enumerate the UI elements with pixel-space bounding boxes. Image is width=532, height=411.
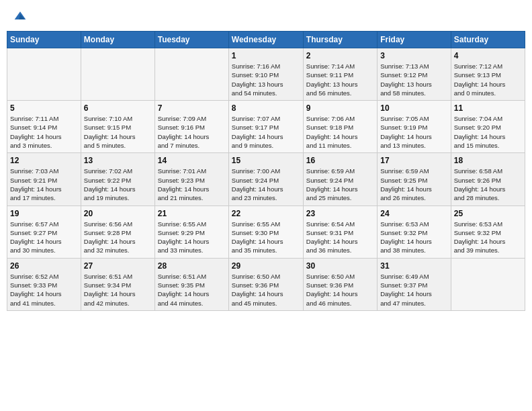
day-number: 9 (306, 103, 374, 113)
logo-icon (13, 9, 27, 23)
calendar-header-wednesday: Wednesday (228, 32, 303, 48)
day-number: 4 (454, 51, 522, 60)
day-info: Sunrise: 6:53 AMSunset: 9:32 PMDaylight:… (380, 220, 447, 255)
day-info: Sunrise: 6:52 AMSunset: 9:33 PMDaylight:… (10, 272, 78, 308)
day-number: 14 (158, 156, 226, 165)
calendar-day-cell (451, 258, 525, 310)
day-info: Sunrise: 7:05 AMSunset: 9:19 PMDaylight:… (380, 114, 447, 150)
day-number: 18 (454, 156, 522, 165)
day-number: 21 (158, 209, 226, 218)
day-number: 28 (158, 261, 226, 271)
day-number: 31 (380, 261, 447, 271)
calendar-week-row: 5Sunrise: 7:11 AMSunset: 9:14 PMDaylight… (7, 101, 525, 153)
day-number: 2 (306, 51, 374, 60)
day-number: 5 (10, 103, 78, 113)
day-number: 13 (84, 156, 152, 165)
calendar-header-saturday: Saturday (451, 32, 525, 48)
day-number: 30 (306, 261, 374, 271)
calendar-day-cell: 29Sunrise: 6:50 AMSunset: 9:36 PMDayligh… (228, 258, 303, 310)
calendar-day-cell: 27Sunrise: 6:51 AMSunset: 9:34 PMDayligh… (81, 258, 154, 310)
calendar-day-cell: 12Sunrise: 7:03 AMSunset: 9:21 PMDayligh… (7, 153, 81, 205)
day-number: 29 (232, 261, 300, 271)
day-info: Sunrise: 6:54 AMSunset: 9:31 PMDaylight:… (306, 220, 374, 255)
page-header (7, 7, 525, 26)
calendar-day-cell: 7Sunrise: 7:09 AMSunset: 9:16 PMDaylight… (154, 101, 228, 153)
day-info: Sunrise: 7:01 AMSunset: 9:23 PMDaylight:… (158, 167, 226, 202)
day-number: 24 (380, 209, 447, 218)
day-info: Sunrise: 7:00 AMSunset: 9:24 PMDaylight:… (232, 167, 300, 202)
day-number: 19 (10, 209, 78, 218)
calendar-day-cell: 1Sunrise: 7:16 AMSunset: 9:10 PMDaylight… (228, 48, 303, 101)
calendar-day-cell: 9Sunrise: 7:06 AMSunset: 9:18 PMDaylight… (303, 101, 377, 153)
day-info: Sunrise: 7:04 AMSunset: 9:20 PMDaylight:… (454, 114, 522, 150)
calendar-day-cell: 18Sunrise: 6:58 AMSunset: 9:26 PMDayligh… (451, 153, 525, 205)
day-number: 11 (454, 103, 522, 113)
calendar-day-cell: 4Sunrise: 7:12 AMSunset: 9:13 PMDaylight… (451, 48, 525, 101)
calendar-day-cell (154, 48, 228, 101)
day-info: Sunrise: 6:55 AMSunset: 9:30 PMDaylight:… (232, 220, 300, 255)
day-info: Sunrise: 6:55 AMSunset: 9:29 PMDaylight:… (158, 220, 226, 255)
day-number: 20 (84, 209, 152, 218)
day-info: Sunrise: 7:16 AMSunset: 9:10 PMDaylight:… (232, 62, 300, 97)
day-info: Sunrise: 6:50 AMSunset: 9:36 PMDaylight:… (232, 272, 300, 308)
calendar-day-cell: 30Sunrise: 6:50 AMSunset: 9:36 PMDayligh… (303, 258, 377, 310)
calendar-day-cell: 22Sunrise: 6:55 AMSunset: 9:30 PMDayligh… (228, 205, 303, 258)
day-info: Sunrise: 7:02 AMSunset: 9:22 PMDaylight:… (84, 167, 152, 202)
day-number: 3 (380, 51, 447, 60)
day-number: 7 (158, 103, 226, 113)
calendar-day-cell: 5Sunrise: 7:11 AMSunset: 9:14 PMDaylight… (7, 101, 81, 153)
calendar-day-cell: 16Sunrise: 6:59 AMSunset: 9:24 PMDayligh… (303, 153, 377, 205)
day-info: Sunrise: 7:10 AMSunset: 9:15 PMDaylight:… (84, 114, 152, 150)
day-info: Sunrise: 6:51 AMSunset: 9:34 PMDaylight:… (84, 272, 152, 308)
calendar-day-cell: 20Sunrise: 6:56 AMSunset: 9:28 PMDayligh… (81, 205, 154, 258)
day-info: Sunrise: 6:51 AMSunset: 9:35 PMDaylight:… (158, 272, 226, 308)
logo (12, 9, 27, 23)
calendar-day-cell: 19Sunrise: 6:57 AMSunset: 9:27 PMDayligh… (7, 205, 81, 258)
calendar-day-cell: 15Sunrise: 7:00 AMSunset: 9:24 PMDayligh… (228, 153, 303, 205)
calendar-day-cell: 24Sunrise: 6:53 AMSunset: 9:32 PMDayligh… (378, 205, 451, 258)
calendar-day-cell: 21Sunrise: 6:55 AMSunset: 9:29 PMDayligh… (154, 205, 228, 258)
day-info: Sunrise: 7:13 AMSunset: 9:12 PMDaylight:… (380, 62, 447, 97)
calendar-header-monday: Monday (81, 32, 154, 48)
calendar-header-tuesday: Tuesday (154, 32, 228, 48)
day-info: Sunrise: 6:50 AMSunset: 9:36 PMDaylight:… (306, 272, 374, 308)
day-info: Sunrise: 7:06 AMSunset: 9:18 PMDaylight:… (306, 114, 374, 150)
calendar-day-cell (7, 48, 81, 101)
calendar-day-cell: 17Sunrise: 6:59 AMSunset: 9:25 PMDayligh… (378, 153, 451, 205)
calendar-header-friday: Friday (378, 32, 451, 48)
calendar-week-row: 12Sunrise: 7:03 AMSunset: 9:21 PMDayligh… (7, 153, 525, 205)
calendar-day-cell: 10Sunrise: 7:05 AMSunset: 9:19 PMDayligh… (378, 101, 451, 153)
day-number: 16 (306, 156, 374, 165)
day-info: Sunrise: 7:09 AMSunset: 9:16 PMDaylight:… (158, 114, 226, 150)
day-number: 10 (380, 103, 447, 113)
day-info: Sunrise: 6:56 AMSunset: 9:28 PMDaylight:… (84, 220, 152, 255)
calendar-header-sunday: Sunday (7, 32, 81, 48)
day-info: Sunrise: 6:53 AMSunset: 9:32 PMDaylight:… (454, 220, 522, 255)
calendar-day-cell: 2Sunrise: 7:14 AMSunset: 9:11 PMDaylight… (303, 48, 377, 101)
calendar-day-cell: 31Sunrise: 6:49 AMSunset: 9:37 PMDayligh… (378, 258, 451, 310)
calendar-day-cell: 13Sunrise: 7:02 AMSunset: 9:22 PMDayligh… (81, 153, 154, 205)
day-number: 1 (232, 51, 300, 60)
day-info: Sunrise: 6:57 AMSunset: 9:27 PMDaylight:… (10, 220, 78, 255)
calendar-header-row: SundayMondayTuesdayWednesdayThursdayFrid… (7, 32, 525, 48)
calendar-day-cell: 8Sunrise: 7:07 AMSunset: 9:17 PMDaylight… (228, 101, 303, 153)
day-number: 15 (232, 156, 300, 165)
day-number: 26 (10, 261, 78, 271)
day-info: Sunrise: 7:11 AMSunset: 9:14 PMDaylight:… (10, 114, 78, 150)
calendar-table: SundayMondayTuesdayWednesdayThursdayFrid… (7, 31, 525, 311)
calendar-week-row: 1Sunrise: 7:16 AMSunset: 9:10 PMDaylight… (7, 48, 525, 101)
calendar-week-row: 19Sunrise: 6:57 AMSunset: 9:27 PMDayligh… (7, 205, 525, 258)
calendar-day-cell: 3Sunrise: 7:13 AMSunset: 9:12 PMDaylight… (378, 48, 451, 101)
calendar-day-cell: 6Sunrise: 7:10 AMSunset: 9:15 PMDaylight… (81, 101, 154, 153)
calendar-day-cell: 14Sunrise: 7:01 AMSunset: 9:23 PMDayligh… (154, 153, 228, 205)
calendar-day-cell: 28Sunrise: 6:51 AMSunset: 9:35 PMDayligh… (154, 258, 228, 310)
day-number: 25 (454, 209, 522, 218)
calendar-day-cell (81, 48, 154, 101)
day-number: 17 (380, 156, 447, 165)
day-info: Sunrise: 6:58 AMSunset: 9:26 PMDaylight:… (454, 167, 522, 202)
day-info: Sunrise: 7:12 AMSunset: 9:13 PMDaylight:… (454, 62, 522, 97)
day-number: 27 (84, 261, 152, 271)
day-number: 23 (306, 209, 374, 218)
day-info: Sunrise: 6:59 AMSunset: 9:25 PMDaylight:… (380, 167, 447, 202)
day-number: 12 (10, 156, 78, 165)
